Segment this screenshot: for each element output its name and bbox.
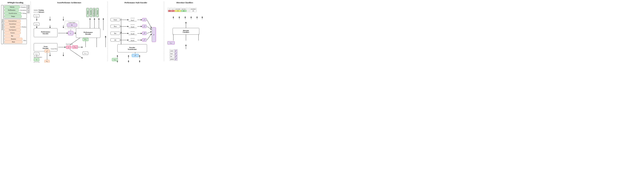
- bar-row-label: bar: [170, 55, 174, 58]
- note-group-label: } Note: [23, 40, 26, 41]
- cs-box: cs: [66, 45, 71, 49]
- past-performance-label: Past Performance: [34, 56, 42, 58]
- y-t-pp: yt: [34, 62, 40, 63]
- onset-row-label: onset: [170, 49, 174, 52]
- z-B-box: zB: [142, 32, 146, 35]
- spmuple-title: SPMuple Encoding: [1, 1, 30, 4]
- col-crescendo: crescendo: [174, 8, 181, 10]
- col-p: p: [171, 8, 174, 10]
- ms-box: ms: [44, 49, 50, 53]
- velocity-box: Velocity: [4, 6, 20, 8]
- performance-encoder-box: PerformanceEncoder: [34, 28, 58, 37]
- timing-label: } Timing: [22, 12, 26, 14]
- legend: Training Inference: [34, 9, 44, 13]
- performance-tokens-label: Performance Tokens: [1, 5, 3, 44]
- dynamics-label: } Dynamics: [20, 6, 26, 8]
- score-tokens-label: Score Tokens: [28, 5, 30, 13]
- global-row-val: ztG: [174, 58, 177, 61]
- position-box: Position: [4, 31, 21, 34]
- beat-row-val: ztb: [174, 52, 177, 55]
- val-f: .03: [168, 10, 171, 12]
- legend-inference: Inference: [34, 11, 44, 13]
- main-container: SPMuple Encoding Performance Tokens Velo…: [0, 0, 215, 63]
- performance-decoder-box: PerformanceDecoder: [76, 28, 100, 38]
- bar-node: Bar: [110, 32, 120, 35]
- svg-line-40: [147, 34, 152, 40]
- svg-line-37: [147, 20, 152, 28]
- pse-diagram: Onset Beat Bar All Head° Headb HeadB Hea…: [109, 5, 162, 61]
- head-G-box: HeadG: [128, 38, 137, 41]
- positioninonset-box: PositionInOnset: [4, 20, 21, 22]
- output-tempo: Tempo: [86, 8, 89, 17]
- pitch-box: Pitch: [4, 41, 22, 43]
- col-dots: ⋯: [186, 8, 190, 10]
- val-crescendo: .75: [174, 10, 181, 12]
- m-minus1-box: m-1: [44, 60, 50, 63]
- val-p: .17: [171, 10, 174, 12]
- z-o-box: zo: [142, 18, 146, 21]
- beat-node: Beat: [110, 25, 120, 28]
- scoreperformer-title: ScorePerformer Architecture: [32, 1, 106, 4]
- head-o-box: Head°: [128, 18, 137, 21]
- z-box: z: [68, 31, 73, 35]
- col-staccato: staccato: [181, 8, 186, 10]
- current-note-label: Current Note: [51, 48, 57, 49]
- onsetdeviation-box: OnsetDeviation: [4, 12, 21, 15]
- pse-x-t-plus1: xt+1: [112, 58, 118, 61]
- dc-box: DirectionClassifiers: [172, 28, 199, 35]
- output-velocity: Velocity: [96, 8, 99, 17]
- svg-line-38: [147, 26, 152, 29]
- val-dots: ⋯: [186, 10, 190, 12]
- x-t-plus1: xt+1: [34, 14, 40, 17]
- score-context-label: Score Context: [66, 43, 73, 45]
- encoder-transformer-box: EncoderTransformer: [118, 44, 147, 52]
- onsetshift-box: OnsetShift: [4, 25, 21, 28]
- duration-box: Duration: [4, 38, 22, 40]
- z-b-box: zb: [142, 25, 146, 28]
- score-tokens-group: PositionInOnset NotesInOnset OnsetShift …: [4, 19, 27, 44]
- dc-diagram: f p crescendo staccato ⋯ ritardando .03 …: [165, 5, 204, 61]
- output-boxes-container: Tempo OnsetDev PerfDuration Velocity: [86, 8, 99, 17]
- output-onsetdev: OnsetDev: [90, 8, 92, 17]
- notesinonset-box: NotesInOnset: [4, 23, 21, 25]
- onset-row-val: zto: [174, 49, 177, 52]
- section-spmuple: SPMuple Encoding Performance Tokens Velo…: [1, 1, 31, 61]
- tempo-box: Tempo: [4, 15, 22, 18]
- section-dc: Direction Classifiers: [164, 1, 206, 61]
- x-t-pp: xt: [34, 58, 40, 61]
- z-big-box: z: [152, 27, 156, 42]
- col-ritardando: ritardando: [190, 8, 196, 10]
- articulation-label: } Articulation: [19, 9, 26, 11]
- cs-t-plus1: cst+1: [72, 45, 78, 49]
- z-G-box: zG: [142, 38, 146, 41]
- performance-tokens-group: Velocity } Dynamics PerfDuration } Artic…: [4, 5, 27, 18]
- legend-training: Training: [34, 9, 44, 11]
- y-t-plus1-bot: yt+1: [34, 52, 40, 56]
- pse-title: Performance Style Encoder: [109, 1, 162, 4]
- col-f: f: [168, 8, 171, 10]
- z-t-plus1-node: zt+1: [168, 41, 174, 44]
- svg-line-39: [147, 32, 152, 33]
- output-perfduration: PerfDuration: [93, 8, 96, 17]
- onset-node: Onset: [110, 18, 120, 21]
- val-ritardando: .05: [190, 10, 196, 12]
- small-table-container: onset zto beat ztb bar ztB global: [170, 49, 178, 61]
- val-staccato: .91: [181, 10, 186, 12]
- section-pse: Performance Style Encoder: [108, 1, 164, 61]
- svg-line-13: [70, 49, 82, 58]
- dc-title: Direction Classifiers: [165, 1, 204, 4]
- bar-box: Bar: [4, 35, 20, 37]
- y-t-plus1-top: yt+1: [34, 22, 40, 26]
- head-b-box: Headb: [128, 25, 137, 28]
- timesignature-box: TimeSignature: [4, 28, 21, 31]
- scoreperformer-diagram: Training Inference: [32, 5, 106, 61]
- cp-box: cp: [132, 54, 139, 57]
- head-B-box: HeadB: [128, 32, 137, 35]
- section-scoreperformer: ScorePerformer Architecture Training Inf…: [31, 1, 108, 61]
- bar-row-val: ztB: [174, 55, 177, 58]
- global-row-label: global: [170, 58, 174, 61]
- xhat-t-plus1: x̂t+1: [82, 38, 88, 41]
- beat-row-label: beat: [170, 52, 174, 55]
- control-input-box: Control Input Δz Performance Style: [65, 21, 79, 29]
- y-t-plus1-right: yt+1: [82, 52, 88, 55]
